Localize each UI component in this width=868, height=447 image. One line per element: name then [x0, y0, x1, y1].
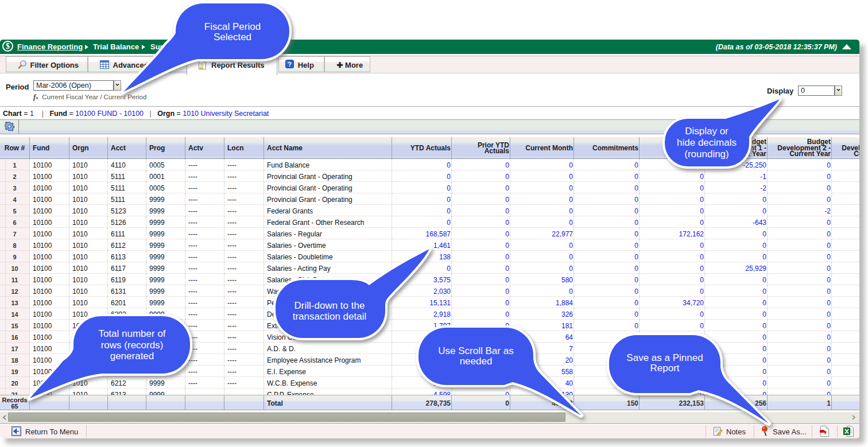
svg-text:hide decimals: hide decimals: [677, 137, 737, 148]
svg-text:Drill-down to the: Drill-down to the: [294, 300, 365, 311]
svg-text:Selected: Selected: [214, 32, 251, 42]
svg-text:generated: generated: [110, 351, 154, 362]
svg-text:Report: Report: [650, 363, 679, 374]
svg-text:(rounding): (rounding): [684, 149, 729, 160]
svg-text:rows (records): rows (records): [101, 340, 164, 351]
svg-text:Fiscal Period: Fiscal Period: [204, 21, 261, 32]
svg-text:Use Scroll Bar as: Use Scroll Bar as: [438, 345, 513, 356]
svg-text:Display or: Display or: [685, 126, 728, 137]
svg-text:Save as a Pinned: Save as a Pinned: [626, 352, 703, 363]
svg-text:transaction detail: transaction detail: [293, 311, 367, 322]
svg-text:needed: needed: [460, 356, 493, 367]
svg-text:Total number of: Total number of: [98, 328, 165, 339]
